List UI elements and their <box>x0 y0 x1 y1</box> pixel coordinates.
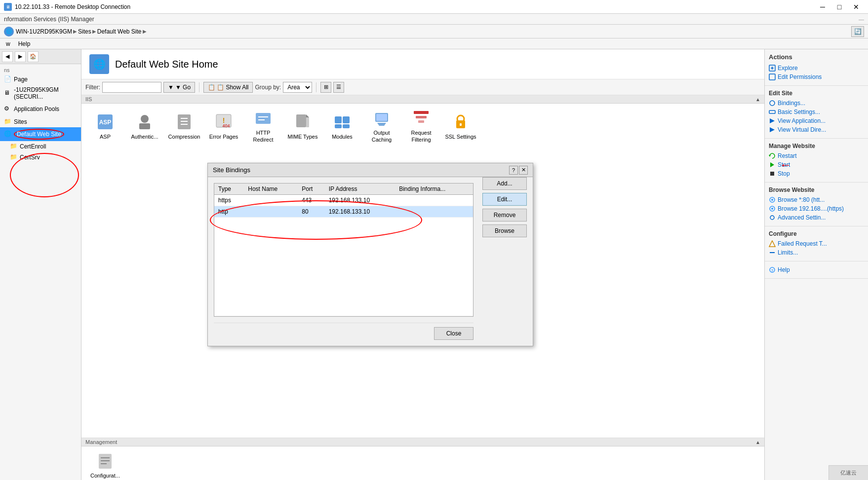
advanced-settings-icon <box>769 214 776 221</box>
show-all-button[interactable]: 📋 📋 Show All <box>203 82 253 93</box>
menu-bar: w Help <box>0 38 868 49</box>
basic-settings-link[interactable]: Basic Settings... <box>769 108 864 116</box>
sidebar-item-sites-header[interactable]: 📁 Sites <box>0 116 81 127</box>
address-refresh-btn[interactable]: 🔄 <box>851 26 864 37</box>
svg-text:ASP: ASP <box>99 119 112 126</box>
title-bar: 🖥 10.22.101.33 - Remote Desktop Connecti… <box>0 0 868 14</box>
bindings-link[interactable]: Bindings... <box>769 99 864 108</box>
output-caching-label: Output Caching <box>364 130 399 143</box>
add-button[interactable]: Add... <box>482 177 527 190</box>
address-bar: 🌐 WIN-1U2RD95K9GM ▶ Sites ▶ Default Web … <box>0 25 868 38</box>
iis-section-header: IIS ▲ <box>81 95 764 104</box>
view-virtual-link[interactable]: View Virtual Dire... <box>769 125 864 134</box>
ssl-settings-label: SSL Settings <box>445 134 476 140</box>
sidebar-item-certsrv[interactable]: 📁 CertSrv <box>0 152 81 163</box>
sidebar-btn-1[interactable]: ◀ <box>2 51 13 62</box>
bindings-label: Bindings... <box>778 100 805 107</box>
icon-error-pages[interactable]: !404 Error Pages <box>204 108 243 145</box>
address-part-1[interactable]: WIN-1U2RD95K9GM <box>16 28 72 35</box>
address-path: WIN-1U2RD95K9GM ▶ Sites ▶ Default Web Si… <box>16 28 147 35</box>
sidebar-certsrv-label: CertSrv <box>20 154 40 161</box>
compression-icon <box>174 112 194 132</box>
sidebar-item-certenroll[interactable]: 📁 CertEnroll <box>0 141 81 152</box>
start-link[interactable]: Start <box>769 160 864 169</box>
edit-permissions-link[interactable]: Edit Permissions <box>769 73 864 81</box>
edit-permissions-label: Edit Permissions <box>778 74 822 80</box>
svg-point-46 <box>771 199 773 201</box>
table-row[interactable]: https 443 192.168.133.10 <box>214 195 473 206</box>
stop-link[interactable]: Stop <box>769 169 864 178</box>
col-ip: IP Address <box>325 184 395 195</box>
svg-rect-19 <box>335 124 342 128</box>
restart-link[interactable]: Restart <box>769 151 864 160</box>
icon-asp[interactable]: ASP ASP <box>85 108 125 145</box>
show-all-icon: 📋 <box>208 84 215 91</box>
dialog-help-btn[interactable]: ? <box>509 166 518 175</box>
icon-mime-types[interactable]: MIME Types <box>283 108 322 145</box>
menu-item-w[interactable]: w <box>2 39 14 48</box>
close-button[interactable]: ✕ <box>848 0 864 14</box>
svg-rect-37 <box>769 74 775 80</box>
maximize-button[interactable]: □ <box>831 0 847 14</box>
help-link[interactable]: ? Help <box>769 265 864 274</box>
svg-marker-23 <box>377 123 386 126</box>
icon-ssl-settings[interactable]: SSL Settings <box>441 108 480 145</box>
filter-input[interactable] <box>102 82 161 93</box>
address-bar-right-btn[interactable]: 🔄 <box>851 26 864 37</box>
icon-http-headers[interactable]: HTTP Redirect <box>243 108 283 145</box>
view-application-link[interactable]: View Application... <box>769 116 864 125</box>
sidebar-item-page[interactable]: 📄 Page <box>0 74 81 85</box>
icon-compression[interactable]: Compression <box>164 108 204 145</box>
limits-icon <box>769 249 776 256</box>
failed-request-link[interactable]: Failed Request T... <box>769 239 864 248</box>
menu-item-help[interactable]: Help <box>14 39 35 48</box>
sidebar-btn-2[interactable]: ▶ <box>15 51 26 62</box>
start-label: Start <box>778 161 790 168</box>
list-view-button[interactable]: ☰ <box>333 82 344 93</box>
minimize-button[interactable]: ─ <box>815 0 830 14</box>
sidebar-item-server[interactable]: 🖥 -1U2RD95K9GM (SECURI... <box>0 85 81 102</box>
table-row[interactable]: http 80 192.168.133.10 <box>214 206 473 218</box>
go-button[interactable]: ▼ ▼ Go <box>163 82 195 93</box>
icon-modules[interactable]: Modules <box>322 108 362 145</box>
icon-request-filtering[interactable]: Request Filtering <box>401 108 441 145</box>
edit-button[interactable]: Edit... <box>482 193 527 206</box>
manage-website-title: Manage Website <box>769 143 864 149</box>
show-all-label: 📋 Show All <box>217 84 248 91</box>
go-label: ▼ Go <box>175 84 191 91</box>
remove-button[interactable]: Remove <box>482 209 527 222</box>
asp-icon: ASP <box>95 112 115 132</box>
limits-link[interactable]: Limits... <box>769 248 864 257</box>
management-toggle[interactable]: ▲ <box>755 440 760 445</box>
sidebar-server-label: -1U2RD95K9GM (SECURI... <box>14 86 77 100</box>
icon-config-editor[interactable]: Configurat...Editor <box>85 450 125 480</box>
http-headers-icon <box>253 109 273 128</box>
icon-authentication[interactable]: Authentic... <box>125 108 164 145</box>
sidebar-btn-home[interactable]: 🏠 <box>28 51 39 62</box>
browse-192-link[interactable]: Browse 192.168....(https) <box>769 204 864 213</box>
address-part-2[interactable]: Sites <box>78 28 91 35</box>
address-part-3[interactable]: Default Web Site <box>97 28 142 35</box>
right-panel: Actions Explore Edit Permissions Edit Si… <box>764 49 868 480</box>
explore-link[interactable]: Explore <box>769 64 864 73</box>
advanced-settings-link[interactable]: Advanced Settin... <box>769 213 864 222</box>
group-by-select[interactable]: Area None <box>283 82 312 93</box>
sidebar-item-default-web-site[interactable]: 🌐 Default Web Site <box>0 127 81 141</box>
ssl-settings-icon <box>451 112 471 132</box>
col-port: Port <box>298 184 324 195</box>
col-hostname: Host Name <box>244 184 298 195</box>
dialog-close-btn[interactable]: ✕ <box>519 166 528 175</box>
icon-output-caching[interactable]: Output Caching <box>362 108 401 145</box>
grid-view-button[interactable]: ⊞ <box>320 82 331 93</box>
limits-label: Limits... <box>778 249 798 256</box>
browse-80-link[interactable]: Browse *:80 (htt... <box>769 195 864 204</box>
sidebar-section-apppools: ⚙ Application Pools <box>0 104 81 114</box>
dialog-close-bottom-btn[interactable]: Close <box>434 327 473 340</box>
iis-section-toggle[interactable]: ▲ <box>755 97 760 102</box>
browse-button[interactable]: Browse <box>482 224 527 237</box>
address-arrow-1: ▶ <box>73 29 77 34</box>
svg-rect-39 <box>769 111 775 113</box>
filter-label: Filter: <box>85 84 100 91</box>
sidebar-item-apppools[interactable]: ⚙ Application Pools <box>0 104 81 114</box>
http-headers-label: HTTP Redirect <box>245 130 281 143</box>
